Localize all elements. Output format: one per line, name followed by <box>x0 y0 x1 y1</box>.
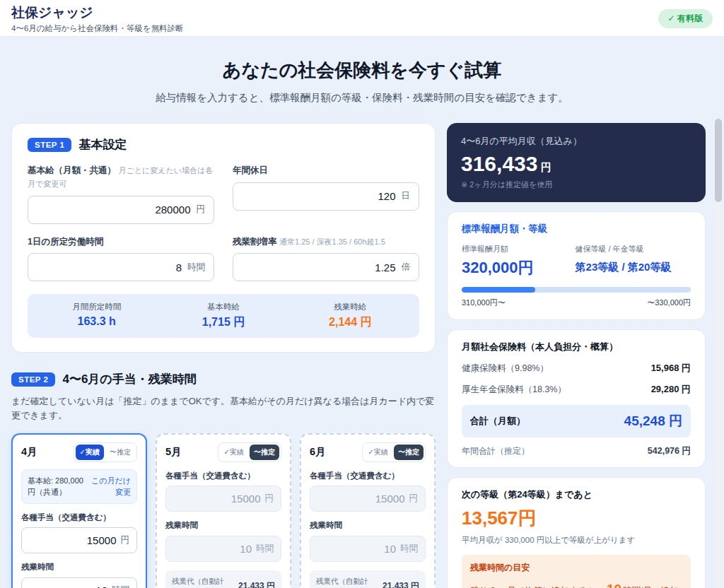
page-scrollbar-thumb[interactable] <box>715 119 722 202</box>
june-overtime-unit: 時間 <box>400 543 418 555</box>
premium-card-title: 月額社会保険料（本人負担分・概算） <box>462 341 691 353</box>
overtime-rate-note: 通常1.25 / 深夜1.35 / 60h超1.5 <box>279 237 385 246</box>
hero-subtitle: 給与情報を入力すると、標準報酬月額の等級・保険料・残業時間の目安を確認できます。 <box>0 91 724 105</box>
overtime-wage-label: 残業時給 <box>287 302 414 312</box>
june-header: 6月 ✓実績 〜推定 <box>310 442 426 462</box>
pension-label: 厚生年金保険料（18.3%） <box>462 384 566 396</box>
grade-progress-track <box>462 287 691 293</box>
monthly-total: 合計（月額） 45,248 円 <box>462 405 691 437</box>
app-identity: 社保ジャッジ 4〜6月の給与から社会保険料・等級を無料診断 <box>11 5 184 34</box>
may-auto-overtime-pay: 残業代（自動計算） 21,433 円 <box>165 570 281 588</box>
april-change-link[interactable]: この月だけ変更 <box>90 475 131 498</box>
daily-hours-field: 1日の所定労働時間 8 時間 <box>28 235 214 282</box>
monthly-remuneration-value: 320,000円 <box>462 257 567 278</box>
page-scrollbar[interactable] <box>714 117 723 588</box>
input-column: STEP 1 基本設定 基本給（月額・共通） 月ごとに変えたい場合は各月で変更可… <box>11 123 436 588</box>
app-subtitle: 4〜6月の給与から社会保険料・等級を無料診断 <box>11 23 184 34</box>
step2-badge: STEP 2 <box>11 372 55 387</box>
grade-card: 標準報酬月額・等級 標準報酬月額 320,000円 健保等級 / 年金等級 第2… <box>447 211 706 320</box>
overtime-rate-label-text: 残業割増率 <box>233 237 277 247</box>
overtime-wage-value: 2,144 円 <box>287 315 414 330</box>
june-name: 6月 <box>310 445 326 459</box>
average-income-note: ※ 2ヶ月分は推定値を使用 <box>461 180 691 190</box>
daily-hours-value[interactable]: 8 <box>37 261 182 274</box>
hero: あなたの社会保険料を今すぐ試算 給与情報を入力すると、標準報酬月額の等級・保険料… <box>0 58 724 105</box>
month-cards: 4月 ✓実績 〜推定 基本給: 280,000円（共通） この月だけ変更 各種手… <box>11 433 436 588</box>
overtime-rate-value[interactable]: 1.25 <box>242 261 396 274</box>
june-overtime-value: 10 <box>317 543 396 555</box>
overtime-guide-highlight: 10 <box>607 582 621 588</box>
base-wage-value: 1,715 円 <box>160 315 286 330</box>
average-income-card: 4〜6月の平均月収（見込み） 316,433円 ※ 2ヶ月分は推定値を使用 <box>447 123 706 202</box>
april-header: 4月 ✓実績 〜推定 <box>21 442 137 462</box>
monthly-hours-stat: 月間所定時間 163.3 h <box>33 302 160 330</box>
health-insurance-row: 健康保険料（9.98%） 15,968 円 <box>462 362 691 375</box>
step2-header: STEP 2 4〜6月の手当・残業時間 <box>11 371 436 387</box>
overtime-guide-box: 残業時間の目安 残り 2 ヶ月で均等に追加すると、10時間/月の追加残業で等級が… <box>462 555 691 588</box>
may-overtime-label: 残業時間 <box>165 519 281 531</box>
june-estimate-chip[interactable]: 〜推定 <box>394 445 424 460</box>
may-overtime-value: 10 <box>173 543 252 555</box>
may-allowance-input[interactable]: 15000 円 <box>165 486 281 512</box>
base-salary-label-text: 基本給（月額・共通） <box>28 165 116 175</box>
annual-holidays-label: 年間休日 <box>233 164 419 177</box>
monthly-hours-label: 月間所定時間 <box>33 302 160 312</box>
may-auto-label: 残業代（自動計算） <box>172 576 235 588</box>
may-name: 5月 <box>165 445 182 459</box>
next-grade-title: 次の等級（第24等級）まであと <box>462 488 691 501</box>
may-overtime-input[interactable]: 10 時間 <box>165 536 281 562</box>
may-mode-toggle: ✓実績 〜推定 <box>218 442 281 462</box>
may-actual-chip[interactable]: ✓実績 <box>220 445 248 460</box>
april-allowance-input[interactable]: 15000 円 <box>21 527 137 553</box>
june-actual-chip[interactable]: ✓実績 <box>364 445 392 460</box>
daily-hours-input[interactable]: 8 時間 <box>28 253 214 281</box>
monthly-total-value: 45,248 円 <box>624 412 682 430</box>
app-header: 社保ジャッジ 4〜6月の給与から社会保険料・等級を無料診断 ✓ 有料版 <box>0 0 724 37</box>
april-allowance-label: 各種手当（交通費含む） <box>21 512 137 524</box>
month-card-april: 4月 ✓実績 〜推定 基本給: 280,000円（共通） この月だけ変更 各種手… <box>11 433 147 588</box>
base-wage-stat: 基本時給 1,715 円 <box>160 302 286 330</box>
june-allowance-unit: 円 <box>409 493 419 505</box>
step1-header: STEP 1 基本設定 <box>28 136 419 153</box>
overtime-rate-input[interactable]: 1.25 倍 <box>233 253 419 281</box>
grade-label: 健保等級 / 年金等級 <box>576 244 691 254</box>
annual-holidays-unit: 日 <box>402 190 411 202</box>
grade-progress-fill <box>462 287 535 293</box>
grade-range-min: 310,000円〜 <box>462 298 506 308</box>
may-auto-value: 21,433 円 <box>238 580 275 588</box>
april-overtime-value[interactable]: 10 <box>29 584 107 588</box>
april-overtime-input[interactable]: 10 時間 <box>21 577 137 588</box>
premium-card: 月額社会保険料（本人負担分・概算） 健康保険料（9.98%） 15,968 円 … <box>447 329 706 468</box>
annual-total-value: 542,976 円 <box>648 445 691 457</box>
base-salary-value[interactable]: 280000 <box>37 204 191 216</box>
april-overtime-label: 残業時間 <box>21 561 137 573</box>
grade-values: 健保等級 / 年金等級 第23等級 / 第20等級 <box>576 244 691 278</box>
month-card-june: 6月 ✓実績 〜推定 各種手当（交通費含む） 15000 円 残業時間 10 時… <box>300 433 436 588</box>
base-salary-input[interactable]: 280000 円 <box>28 196 214 224</box>
june-overtime-input[interactable]: 10 時間 <box>310 536 426 562</box>
annual-holidays-input[interactable]: 120 日 <box>233 182 419 211</box>
grade-card-title: 標準報酬月額・等級 <box>462 223 691 235</box>
april-actual-chip[interactable]: ✓実績 <box>76 445 104 460</box>
daily-hours-unit: 時間 <box>187 261 205 274</box>
june-allowance-input[interactable]: 15000 円 <box>310 486 426 512</box>
step1-fields: 基本給（月額・共通） 月ごとに変えたい場合は各月で変更可 280000 円 年間… <box>28 164 419 281</box>
health-insurance-value: 15,968 円 <box>651 362 691 375</box>
june-allowance-value: 15000 <box>317 493 405 505</box>
month-card-may: 5月 ✓実績 〜推定 各種手当（交通費含む） 15000 円 残業時間 10 時… <box>156 433 291 588</box>
annual-total-label: 年間合計（推定） <box>462 445 530 457</box>
annual-holidays-value[interactable]: 120 <box>242 190 396 202</box>
overtime-guide-text: 残り 2 ヶ月で均等に追加すると、10時間/月の追加残業で等級が変わります <box>470 579 682 588</box>
grade-grid: 標準報酬月額 320,000円 健保等級 / 年金等級 第23等級 / 第20等… <box>462 244 691 278</box>
hero-title: あなたの社会保険料を今すぐ試算 <box>0 58 724 83</box>
monthly-remuneration-label: 標準報酬月額 <box>462 244 567 254</box>
health-insurance-label: 健康保険料（9.98%） <box>462 363 549 375</box>
base-salary-unit: 円 <box>197 204 206 216</box>
average-income-unit: 円 <box>540 161 551 173</box>
april-estimate-chip[interactable]: 〜推定 <box>105 445 135 460</box>
april-allowance-value[interactable]: 15000 <box>29 534 117 546</box>
monthly-remuneration: 標準報酬月額 320,000円 <box>462 244 567 278</box>
annual-total: 年間合計（推定） 542,976 円 <box>462 445 691 457</box>
may-estimate-chip[interactable]: 〜推定 <box>250 445 279 460</box>
may-header: 5月 ✓実績 〜推定 <box>165 442 281 462</box>
